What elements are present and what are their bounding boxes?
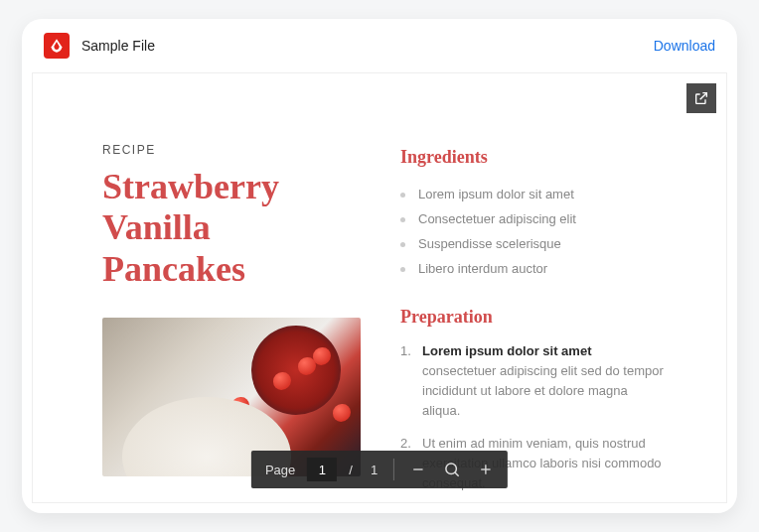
- list-item: Lorem ipsum dolor sit amet consectetuer …: [400, 341, 667, 434]
- preparation-heading: Preparation: [400, 307, 667, 328]
- header-left: Sample File: [44, 33, 155, 59]
- pdf-icon: [44, 33, 70, 59]
- recipe-kicker: RECIPE: [102, 143, 361, 157]
- open-external-button[interactable]: [686, 83, 716, 113]
- ingredients-heading: Ingredients: [400, 147, 667, 168]
- page-label: Page: [259, 463, 301, 477]
- list-item: Suspendisse scelerisque: [400, 231, 667, 256]
- header: Sample File Download: [22, 19, 737, 72]
- viewer-window: Sample File Download RECIPE Strawberry V…: [22, 19, 737, 513]
- zoom-in-button[interactable]: [472, 456, 500, 483]
- svg-point-1: [446, 464, 457, 474]
- total-pages: 1: [365, 463, 383, 477]
- step-bold: Lorem ipsum dolor sit amet: [422, 343, 591, 358]
- toolbar-divider: [393, 459, 394, 480]
- zoom-out-button[interactable]: [404, 456, 432, 483]
- document-page: RECIPE Strawberry Vanilla Pancakes Ingre…: [33, 73, 726, 502]
- list-item: Lorem ipsum dolor sit amet: [400, 182, 667, 206]
- right-column: Ingredients Lorem ipsum dolor sit amet C…: [400, 143, 667, 502]
- download-link[interactable]: Download: [654, 38, 715, 54]
- left-column: RECIPE Strawberry Vanilla Pancakes: [102, 143, 361, 502]
- page-number-input[interactable]: [307, 458, 337, 481]
- document-viewer: RECIPE Strawberry Vanilla Pancakes Ingre…: [32, 72, 727, 503]
- list-item: Libero interdum auctor: [400, 256, 667, 281]
- step-text: consectetuer adipiscing elit sed do temp…: [422, 363, 664, 418]
- recipe-title: Strawberry Vanilla Pancakes: [102, 167, 361, 290]
- ingredients-list: Lorem ipsum dolor sit amet Consectetuer …: [400, 182, 667, 281]
- zoom-fit-button[interactable]: [438, 456, 466, 483]
- pdf-toolbar: Page / 1: [251, 451, 508, 488]
- list-item: Consectetuer adipiscing elit: [400, 206, 667, 231]
- file-name: Sample File: [81, 38, 155, 54]
- svg-line-2: [455, 472, 459, 476]
- page-separator: /: [343, 463, 359, 477]
